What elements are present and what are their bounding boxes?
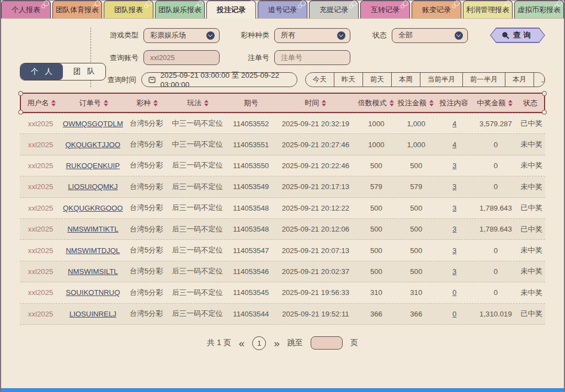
sort-up-icon: [51, 100, 56, 103]
tab-2[interactable]: 团队体育报表: [52, 1, 102, 18]
order-link[interactable]: QKQUGKRGOOO: [63, 204, 122, 212]
quick-range-1[interactable]: 今天: [306, 73, 334, 87]
cell-bet-amount: 500: [397, 225, 435, 233]
tab-8[interactable]: 互转记录: [360, 1, 410, 18]
sort-arrows-icon[interactable]: [104, 100, 108, 106]
quick-range-2[interactable]: 昨天: [334, 73, 363, 87]
quick-range-4[interactable]: 本周: [392, 73, 420, 87]
order-link[interactable]: NMSWIMSILTL: [68, 267, 118, 276]
cell-status: 未中奖: [518, 245, 545, 255]
sort-arrows-icon[interactable]: [153, 100, 158, 106]
corner-ornament: [18, 91, 23, 96]
sort-arrows-icon[interactable]: [508, 100, 513, 106]
sort-arrows-icon[interactable]: [322, 100, 326, 106]
cell-bet-content: 3: [435, 246, 473, 255]
order-link[interactable]: NMSWIMTIKTL: [67, 225, 118, 233]
cell-time: 2025-09-21 19:56:33: [276, 288, 356, 297]
status-select[interactable]: 全部: [392, 28, 468, 43]
tab-7[interactable]: 充提记录: [309, 1, 359, 18]
bet-content-link[interactable]: 0: [452, 288, 456, 297]
sort-arrows-icon[interactable]: [51, 100, 56, 106]
filter-rows: 游戏类型 彩票娱乐场 彩种种类 所有 状态 全部: [90, 28, 545, 87]
tab-label: 投注记录: [217, 5, 246, 15]
quick-range-7[interactable]: 本月: [505, 73, 534, 87]
cell-status: 未中奖: [518, 160, 545, 170]
table-body: xxl2025OWMQSGQTDLM台湾5分彩中三一码不定位1140535522…: [20, 113, 545, 325]
account-input[interactable]: [143, 50, 220, 65]
tab-10[interactable]: 利润管理报表: [463, 1, 513, 18]
order-no-input[interactable]: [274, 50, 350, 65]
cell-win-amount: 1,789.643: [473, 204, 518, 212]
bet-content-link[interactable]: 3: [452, 225, 456, 233]
bet-content-link[interactable]: 4: [452, 120, 456, 128]
quick-range-6[interactable]: 前一半月: [463, 73, 505, 87]
order-link[interactable]: SOUIKOTNRUQ: [66, 288, 120, 297]
tab-11[interactable]: 虚拟币彩报表: [514, 1, 564, 18]
column-header-2: 订单号: [62, 98, 125, 108]
cell-win-amount: 3,579.287: [473, 120, 518, 128]
order-link[interactable]: QKQUGKTJJOO: [65, 141, 120, 149]
bet-content-link[interactable]: 3: [452, 246, 456, 255]
bet-content-link[interactable]: 3: [452, 182, 456, 191]
tab-label: 团队报表: [114, 5, 143, 15]
sort-arrows-icon[interactable]: [204, 100, 209, 106]
sort-arrows-icon[interactable]: [390, 100, 394, 106]
order-link[interactable]: NMSWIMTDJQL: [66, 246, 120, 255]
cell-bet-amount: 500: [397, 246, 435, 255]
order-link[interactable]: RUKOQENKUIP: [66, 162, 120, 170]
sort-up-icon: [390, 100, 394, 103]
bet-content-link[interactable]: 4: [452, 141, 456, 149]
prev-page-icon[interactable]: «: [239, 338, 245, 348]
order-link[interactable]: LIOSUIQQMKJ: [68, 182, 118, 191]
cell-lottery: 台湾5分彩: [124, 119, 168, 128]
search-button-label: 查询: [513, 30, 534, 40]
cell-win-amount: 0: [473, 182, 518, 191]
current-page-button[interactable]: 1: [252, 336, 266, 350]
date-range-field[interactable]: 2025-09-21 03:00:00 至 2025-09-22 03:00:0…: [141, 72, 297, 87]
column-label: 中奖金额: [477, 98, 505, 108]
order-link[interactable]: OWMQSGQTDLM: [63, 120, 123, 128]
tab-6[interactable]: 追号记录: [258, 1, 307, 18]
cell-user: xxl2025: [20, 225, 61, 233]
cell-multiple: 500: [355, 162, 397, 170]
cell-issue: 114053547: [226, 246, 275, 255]
tab-4[interactable]: 团队娱乐报表: [155, 1, 205, 18]
order-link[interactable]: LIOSUINRELJ: [70, 310, 116, 318]
scope-toggle: 个 人 团 队: [20, 63, 106, 80]
bet-content-link[interactable]: 3: [452, 204, 456, 212]
tab-5[interactable]: 投注记录: [206, 1, 256, 19]
cell-multiple: 1000: [355, 141, 397, 149]
column-label: 彩种: [136, 98, 151, 108]
quick-range-5[interactable]: 当前半月: [420, 73, 463, 87]
cell-order: NMSWIMTIKTL: [61, 225, 124, 233]
cell-user: xxl2025: [20, 310, 61, 318]
column-label: 时间: [305, 98, 319, 108]
cell-user: xxl2025: [20, 204, 61, 212]
lottery-kind-select[interactable]: 所有: [274, 28, 350, 43]
quick-range-8[interactable]: 上月: [534, 73, 545, 87]
bet-content-link[interactable]: 3: [452, 162, 456, 170]
filter-panel: 个 人 团 队 游戏类型 彩票娱乐场 彩种种类 所有 状态 全部: [20, 28, 545, 87]
bet-content-link[interactable]: 0: [452, 310, 456, 318]
next-page-icon[interactable]: »: [274, 338, 280, 348]
tab-1[interactable]: 个人报表: [1, 1, 51, 18]
cell-user: xxl2025: [20, 182, 61, 191]
column-header-1: 用户名: [21, 98, 62, 108]
scope-personal-option[interactable]: 个 人: [20, 63, 63, 80]
cell-order: QKQUGKTJJOO: [61, 141, 124, 149]
search-button[interactable]: 查询: [490, 28, 545, 43]
sort-arrows-icon[interactable]: [429, 100, 434, 106]
jump-page-input[interactable]: [311, 336, 343, 350]
cell-win-amount: 0: [473, 288, 518, 297]
status-value: 全部: [398, 30, 413, 40]
cell-multiple: 366: [355, 310, 397, 318]
table-row: xxl2025QKQUGKRGOOO台湾5分彩后三一码不定位1140535482…: [20, 198, 545, 219]
tab-3[interactable]: 团队报表: [104, 1, 153, 18]
sort-up-icon: [508, 100, 513, 103]
tab-9[interactable]: 账变记录: [412, 1, 461, 18]
game-type-select[interactable]: 彩票娱乐场: [143, 28, 220, 43]
bet-content-link[interactable]: 3: [452, 267, 456, 276]
tab-label: 团队体育报表: [56, 5, 99, 15]
scope-team-option[interactable]: 团 队: [63, 63, 105, 80]
quick-range-3[interactable]: 前天: [363, 73, 392, 87]
